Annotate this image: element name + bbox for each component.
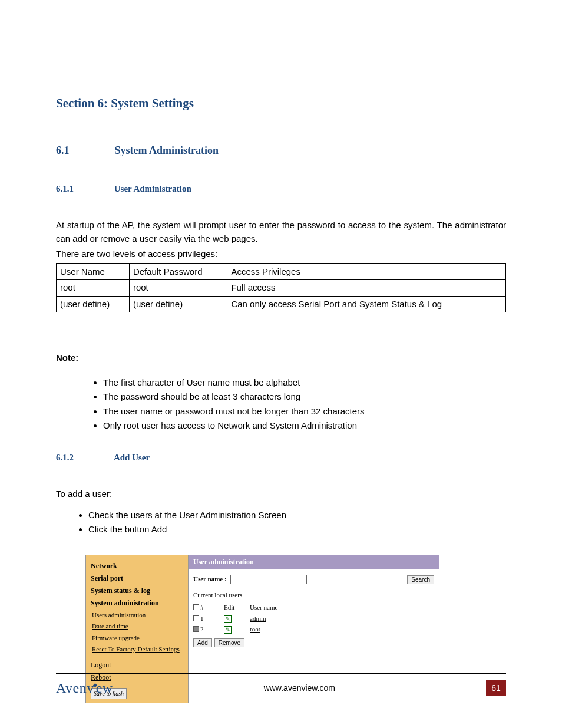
h3a-text: User Administration xyxy=(114,184,191,193)
search-button[interactable]: Search xyxy=(407,575,434,584)
h3b-text: Add User xyxy=(114,453,150,462)
note-list: The first character of User name must be… xyxy=(103,375,506,433)
nav-factory-reset[interactable]: Reset To Factory Default Settings xyxy=(92,644,183,654)
add-steps-list: Check the users at the User Administrati… xyxy=(88,508,506,537)
nav-system-admin[interactable]: System administration xyxy=(91,598,183,608)
username-label: User name : xyxy=(193,574,227,584)
user-row: 2 ✎ root xyxy=(193,624,434,635)
current-users-heading: Current local users xyxy=(193,590,434,600)
sub-6-1-2: 6.1.2 Add User xyxy=(56,451,506,465)
users-table: # Edit User name 1 ✎ admin 2 ✎ root xyxy=(193,602,434,635)
row-index: 1 xyxy=(200,614,204,624)
privilege-table: User Name Default Password Access Privil… xyxy=(56,263,506,313)
privilege-intro: There are two levels of access privilege… xyxy=(56,248,506,261)
list-item: Only root user has access to Network and… xyxy=(103,419,506,433)
subsection-6-1: 6.1 System Administration xyxy=(56,143,506,159)
h2-number: 6.1 xyxy=(56,143,112,159)
nav-users-admin[interactable]: Users administration xyxy=(92,610,183,620)
select-all-checkbox[interactable] xyxy=(193,604,199,610)
nav-system-status[interactable]: System status & log xyxy=(91,585,183,596)
user-checkbox[interactable] xyxy=(193,615,199,621)
table-row: (user define) (user define) Can only acc… xyxy=(57,296,506,312)
nav-network[interactable]: Network xyxy=(91,561,183,571)
table-row: root root Full access xyxy=(57,280,506,297)
cell: Can only access Serial Port and System S… xyxy=(227,296,506,312)
add-button[interactable]: Add xyxy=(193,638,212,647)
edit-icon[interactable]: ✎ xyxy=(224,626,232,634)
list-item: Check the users at the User Administrati… xyxy=(88,508,506,523)
brand-logo: Avenvew xyxy=(56,677,113,699)
list-item: The user name or password must not be lo… xyxy=(103,404,506,419)
edit-icon[interactable]: ✎ xyxy=(224,615,232,623)
intro-paragraph: At startup of the AP, the system will pr… xyxy=(56,219,506,245)
footer-url: www.avenview.com xyxy=(113,682,486,694)
list-item: Click the button Add xyxy=(88,522,506,537)
cell: root xyxy=(129,280,227,297)
col-username: User name xyxy=(250,602,277,612)
user-row: 1 ✎ admin xyxy=(193,613,434,624)
th-username: User Name xyxy=(57,263,130,280)
nav-logout[interactable]: Logout xyxy=(91,660,183,670)
cell: (user define) xyxy=(129,296,227,312)
row-index: 2 xyxy=(200,624,204,634)
col-edit: Edit xyxy=(224,602,236,612)
th-access: Access Privileges xyxy=(227,263,506,280)
username-search-input[interactable] xyxy=(230,575,307,584)
section-title: Section 6: System Settings xyxy=(56,94,506,113)
col-num: # xyxy=(200,602,204,612)
h3a-number: 6.1.1 xyxy=(56,182,112,196)
user-checkbox[interactable] xyxy=(193,626,199,632)
cell: (user define) xyxy=(57,296,130,312)
panel-title: User administration xyxy=(189,555,439,569)
user-link[interactable]: root xyxy=(250,624,260,634)
h2-text: System Administration xyxy=(115,144,219,156)
page-footer: Avenvew www.avenview.com 61 xyxy=(56,673,506,699)
brand-part-a: Avenv xyxy=(56,680,94,696)
add-user-intro: To add a user: xyxy=(56,487,506,501)
th-password: Default Password xyxy=(129,263,227,280)
list-item: The first character of User name must be… xyxy=(103,375,506,390)
user-link[interactable]: admin xyxy=(250,614,266,624)
sub-6-1-1: 6.1.1 User Administration xyxy=(56,182,506,196)
nav-firmware[interactable]: Firmware upgrade xyxy=(92,633,183,643)
cell: root xyxy=(57,280,130,297)
brand-part-b: ew xyxy=(96,680,113,696)
cell: Full access xyxy=(227,280,506,297)
note-heading: Note: xyxy=(56,351,506,365)
list-item: The password should be at least 3 charac… xyxy=(103,390,506,404)
nav-date-time[interactable]: Date and time xyxy=(92,621,183,631)
h3b-number: 6.1.2 xyxy=(56,451,112,465)
page-number: 61 xyxy=(486,680,506,696)
remove-button[interactable]: Remove xyxy=(214,638,244,647)
nav-serial-port[interactable]: Serial port xyxy=(91,573,183,584)
